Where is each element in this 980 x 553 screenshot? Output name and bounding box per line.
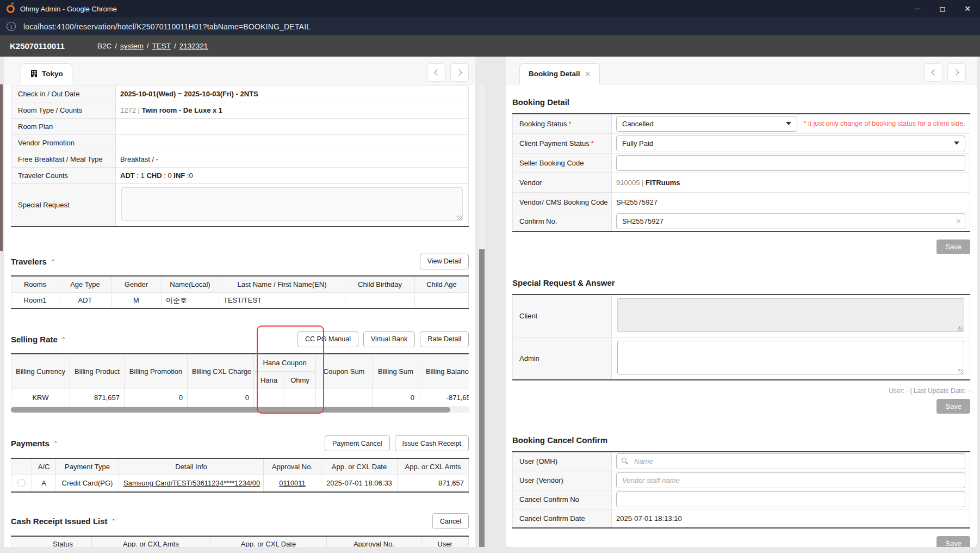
booking-status-select[interactable]: Cancelled <box>616 116 797 132</box>
collapse-caret-icon[interactable]: ⌃ <box>51 259 55 265</box>
special-request-textarea[interactable] <box>121 187 463 221</box>
virtual-bank-button[interactable]: Virtual Bank <box>363 331 415 347</box>
traveler-age-type: ADT <box>59 292 111 309</box>
col-approval-no: Approval No. <box>264 458 321 475</box>
vendor-code: 910005 | <box>616 179 646 187</box>
row-label: Vendor/ CMS Booking Code <box>513 192 612 212</box>
horizontal-scrollbar[interactable] <box>11 407 469 413</box>
col-billing-balance: Billing Balance <box>419 354 469 389</box>
close-button[interactable]: ✕ <box>955 0 980 17</box>
cancel-confirm-heading: Booking Cancel Confirm <box>512 435 970 445</box>
col-detail-info: Detail Info <box>119 458 264 475</box>
collapse-caret-icon[interactable]: ⌃ <box>111 518 116 524</box>
resize-grip-icon[interactable] <box>958 369 963 374</box>
left-panel-next-button[interactable] <box>450 63 469 82</box>
breakfast-value: Breakfast / - <box>116 151 469 168</box>
user-vendor-input[interactable] <box>616 472 965 488</box>
travelers-title: Travelers <box>11 257 47 266</box>
seller-booking-code-input[interactable] <box>616 155 965 171</box>
payment-cancel-button[interactable]: Payment Cancel <box>325 435 390 451</box>
minimize-button[interactable]: ─ <box>905 0 930 17</box>
last-update-meta: User: - | Last Update Date: - <box>512 387 970 395</box>
special-request-cell <box>116 184 469 227</box>
billing-cxl-charge: 0 <box>188 389 254 407</box>
col-billing-currency: Billing Currency <box>11 354 70 389</box>
url-bar[interactable]: i localhost:4100/reservation/hotel/K2507… <box>0 17 980 35</box>
chevron-left-icon <box>931 69 937 75</box>
cancel-confirm-no-input[interactable] <box>616 491 965 507</box>
traveler-child-age <box>415 292 469 309</box>
payment-approval-link[interactable]: 0110011 <box>279 479 306 487</box>
col-child-age: Child Age <box>415 276 469 292</box>
tab-booking-detail[interactable]: Booking Detail ✕ <box>519 63 600 84</box>
admin-answer-textarea[interactable] <box>617 341 964 374</box>
scrollbar-thumb[interactable] <box>11 407 450 413</box>
collapse-caret-icon[interactable]: ⌃ <box>61 336 66 342</box>
booking-status-value: Cancelled <box>622 120 786 128</box>
left-panel-prev-button[interactable] <box>427 63 445 82</box>
payment-ac: A <box>32 475 56 492</box>
user-omh-input[interactable] <box>616 453 965 469</box>
cash-receipt-cancel-button[interactable]: Cancel <box>432 513 469 529</box>
col-hana-coupon-group: Hana Coupon <box>254 354 316 371</box>
payment-detail-link[interactable]: Samsung Card/TEST/53611234****1234/00 <box>123 479 260 487</box>
link-test[interactable]: TEST <box>152 42 171 50</box>
view-detail-button[interactable]: View Detail <box>420 254 469 269</box>
scrollbar-thumb[interactable] <box>479 249 485 553</box>
col-age-type: Age Type <box>59 276 111 292</box>
col-name-en: Last Name / First Name(EN) <box>219 276 345 292</box>
cash-receipt-title: Cash Receipt Issued List <box>11 517 108 526</box>
payment-radio[interactable] <box>17 479 26 487</box>
vendor-value: 910005 | FITRuums <box>612 173 970 192</box>
booking-detail-form: Booking Status* Cancelled * it just only… <box>512 113 970 232</box>
row-label: Traveler Counts <box>11 168 116 184</box>
selling-rate-section: Selling Rate ⌃ CC PG Manual Virtual Bank… <box>11 331 469 413</box>
client-payment-select[interactable]: Fully Paid <box>616 136 965 151</box>
row-label: Admin <box>513 337 612 380</box>
dropdown-arrow-icon <box>954 142 959 145</box>
hotel-icon <box>30 70 38 78</box>
vertical-scrollbar[interactable] <box>479 84 485 553</box>
booking-detail-save-button[interactable]: Save <box>936 239 970 254</box>
col-rooms: Rooms <box>11 276 59 292</box>
resize-grip-icon[interactable] <box>457 216 462 220</box>
tab-booking-detail-label: Booking Detail <box>529 70 580 78</box>
right-panel-prev-button[interactable] <box>924 63 942 82</box>
traveler-name-local: 이준호 <box>162 292 219 309</box>
row-label: Confirm No. <box>513 212 612 231</box>
cc-pg-manual-button[interactable]: CC PG Manual <box>297 331 358 347</box>
row-label: Cancel Confirm No <box>513 490 612 509</box>
maximize-button[interactable]: ◻ <box>930 0 955 17</box>
link-number[interactable]: 2132321 <box>179 42 208 50</box>
separator: / <box>147 42 149 50</box>
confirm-no-input[interactable] <box>616 213 965 229</box>
selling-rate-table: Billing Currency Billing Product Billing… <box>11 353 469 407</box>
issue-cash-receipt-button[interactable]: Issue Cash Receipt <box>395 435 469 451</box>
rate-detail-button[interactable]: Rate Detail <box>420 331 469 347</box>
room-code: 1272 | <box>120 106 142 114</box>
tab-tokyo[interactable]: Tokyo <box>21 63 72 84</box>
tab-close-icon[interactable]: ✕ <box>585 70 591 78</box>
collapse-caret-icon[interactable]: ⌃ <box>53 440 58 446</box>
site-info-icon[interactable]: i <box>7 22 16 31</box>
row-label: Vendor <box>513 173 612 192</box>
cancel-confirm-form: User (OMH) User (Vendor) Cancel Confirm … <box>512 451 970 529</box>
url-text[interactable]: localhost:4100/reservation/hotel/K250701… <box>23 22 311 31</box>
inf-label: INF <box>173 171 185 180</box>
left-scrollbar-thumb[interactable] <box>0 84 3 251</box>
coupon-sum <box>316 389 373 407</box>
col-ohmy: Ohmy <box>284 371 316 389</box>
col-billing-cxl-charge: Billing CXL Charge <box>188 354 254 389</box>
chd-label: CHD <box>146 171 162 180</box>
right-panel-next-button[interactable] <box>947 63 966 82</box>
col-app-cxl-amts: App. or CXL Amts <box>398 458 469 475</box>
special-request-table: Client Admin <box>512 294 970 380</box>
checkinout-value: 2025-10-01(Wed) ~ 2025-10-03(Fri) - 2NTS <box>116 86 469 102</box>
clear-input-icon[interactable]: ✕ <box>956 217 962 225</box>
client-payment-cell: Fully Paid <box>612 133 970 153</box>
link-system[interactable]: system <box>120 42 144 50</box>
col-app-cxl-date: App. or CXL Date <box>321 458 398 475</box>
special-request-save-button[interactable]: Save <box>936 399 970 414</box>
booking-status-note: * it just only change of booking status … <box>804 120 965 127</box>
row-label: Booking Status* <box>513 114 612 133</box>
